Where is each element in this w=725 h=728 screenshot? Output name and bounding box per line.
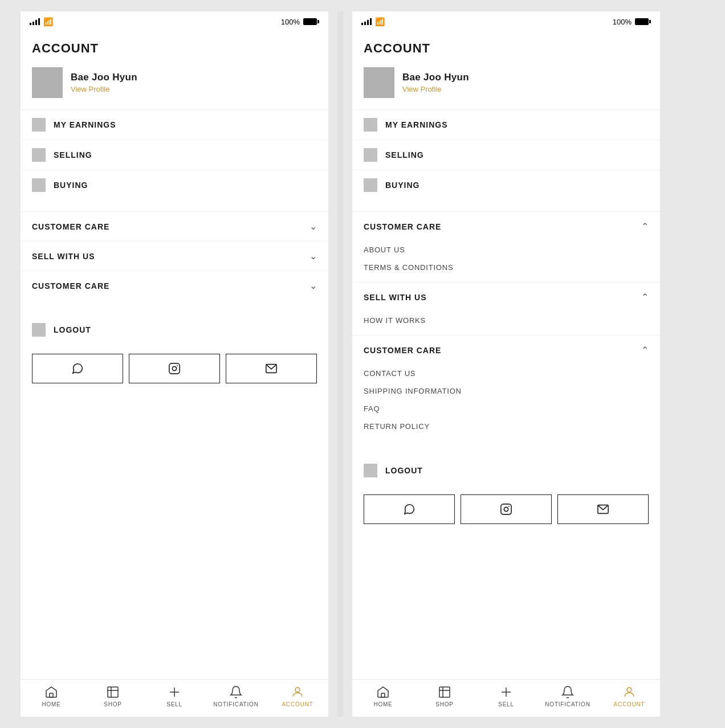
whatsapp-button-right[interactable] <box>364 494 455 524</box>
svg-point-10 <box>295 688 300 692</box>
logout-label-left: LOGOUT <box>54 325 91 334</box>
chevron-down-icon: ⌄ <box>309 280 317 291</box>
view-profile-left[interactable]: View Profile <box>71 85 137 93</box>
nav-sell-right[interactable]: SELL <box>475 685 537 707</box>
menu-label-buying-left: BUYING <box>54 181 88 190</box>
right-phone-content: ACCOUNT Bae Joo Hyun View Profile MY EAR… <box>352 30 660 679</box>
nav-shop-right[interactable]: SHOP <box>414 685 475 707</box>
logout-label-right: LOGOUT <box>385 466 423 475</box>
faq-link[interactable]: FAQ <box>364 400 649 418</box>
svg-rect-5 <box>108 687 118 697</box>
selling-icon-right <box>364 148 377 162</box>
chevron-up-icon: ⌃ <box>641 221 649 232</box>
menu-item-buying-left[interactable]: BUYING <box>21 170 328 200</box>
svg-point-21 <box>627 688 632 692</box>
nav-account-left[interactable]: ACCOUNT <box>267 685 328 707</box>
accordion-header-sell-with-us-left[interactable]: SELL WITH US ⌄ <box>21 242 328 271</box>
profile-section-left: Bae Joo Hyun View Profile <box>21 62 328 109</box>
terms-conditions-link[interactable]: TERMS & CONDITIONS <box>364 259 649 276</box>
logout-section-left[interactable]: LOGOUT <box>21 312 328 348</box>
svg-rect-16 <box>439 687 450 697</box>
nav-label-notification-left: NOTIFICATION <box>213 701 258 707</box>
svg-rect-15 <box>381 693 385 697</box>
account-title-left: ACCOUNT <box>21 30 328 62</box>
nav-home-left[interactable]: HOME <box>21 685 82 707</box>
nav-shop-left[interactable]: SHOP <box>82 685 144 707</box>
about-us-link[interactable]: ABOUT US <box>364 241 649 259</box>
chevron-up-icon: ⌃ <box>641 292 649 302</box>
email-button-right[interactable] <box>557 494 649 524</box>
view-profile-right[interactable]: View Profile <box>402 85 469 93</box>
svg-rect-11 <box>501 504 511 514</box>
nav-label-sell-right: SELL <box>498 701 514 707</box>
menu-label-earnings-right: MY EARNINGS <box>385 120 448 129</box>
chevron-up-icon: ⌃ <box>641 345 649 355</box>
accordion-sell-with-us-right: SELL WITH US ⌃ HOW IT WORKS <box>352 282 660 335</box>
menu-item-buying-right[interactable]: BUYING <box>352 170 660 200</box>
nav-sell-left[interactable]: SELL <box>144 685 205 707</box>
avatar-left <box>32 67 63 98</box>
shipping-information-link[interactable]: SHIPPING INFORMATION <box>364 382 649 400</box>
accordion-header-customer-care-2-right[interactable]: CUSTOMER CARE ⌃ <box>352 336 660 365</box>
earnings-icon-left <box>32 118 46 132</box>
contact-us-link[interactable]: CONTACT US <box>364 365 649 382</box>
nav-notification-right[interactable]: NOTIFICATION <box>537 685 598 707</box>
accordion-sell-with-us-left: SELL WITH US ⌄ <box>21 241 328 271</box>
menu-item-earnings-right[interactable]: MY EARNINGS <box>352 110 660 140</box>
account-icon-active <box>291 685 304 699</box>
svg-point-1 <box>172 366 176 370</box>
battery-icon <box>635 18 651 25</box>
phones-container: 📶 100% ACCOUNT Bae Joo Hyun V <box>0 0 725 728</box>
menu-item-selling-left[interactable]: SELLING <box>21 140 328 170</box>
buying-icon-right <box>364 178 377 192</box>
svg-point-2 <box>177 365 178 366</box>
nav-account-right[interactable]: ACCOUNT <box>598 685 660 707</box>
instagram-button-right[interactable] <box>461 494 552 524</box>
nav-label-sell-left: SELL <box>166 701 182 707</box>
signal-icon <box>361 18 372 25</box>
avatar-right <box>364 67 394 98</box>
menu-item-selling-right[interactable]: SELLING <box>352 140 660 170</box>
profile-name-left: Bae Joo Hyun <box>71 72 137 83</box>
logout-icon-right <box>364 464 377 477</box>
accordion-header-customer-care-1-left[interactable]: CUSTOMER CARE ⌄ <box>21 212 328 241</box>
battery-icon <box>303 18 319 25</box>
email-button-left[interactable] <box>226 354 317 383</box>
sell-icon <box>168 685 181 699</box>
nav-home-right[interactable]: HOME <box>352 685 414 707</box>
logout-section-right[interactable]: LOGOUT <box>352 452 660 489</box>
nav-notification-left[interactable]: NOTIFICATION <box>205 685 267 707</box>
home-icon <box>376 685 390 699</box>
nav-label-account-right: ACCOUNT <box>613 701 645 707</box>
right-phone: 📶 100% ACCOUNT Bae Joo Hyun V <box>352 11 660 717</box>
earnings-icon-right <box>364 118 377 132</box>
menu-label-selling-left: SELLING <box>54 150 92 159</box>
return-policy-link[interactable]: RETURN POLICY <box>364 418 649 435</box>
menu-label-selling-right: SELLING <box>385 150 424 159</box>
accordion-header-sell-with-us-right[interactable]: SELL WITH US ⌃ <box>352 283 660 312</box>
menu-label-buying-right: BUYING <box>385 181 419 190</box>
battery-percent-right: 100% <box>613 18 632 26</box>
status-bar-left: 📶 100% <box>21 11 328 30</box>
nav-label-home-right: HOME <box>373 701 392 707</box>
nav-label-home-left: HOME <box>42 701 60 707</box>
accordion-customer-care-2-left: CUSTOMER CARE ⌄ <box>21 271 328 300</box>
whatsapp-button-left[interactable] <box>32 354 123 383</box>
signal-icon <box>30 18 40 25</box>
how-it-works-link[interactable]: HOW IT WORKS <box>364 312 649 329</box>
selling-icon-left <box>32 148 46 162</box>
nav-label-shop-left: SHOP <box>104 701 122 707</box>
svg-rect-4 <box>50 693 53 697</box>
menu-label-earnings-left: MY EARNINGS <box>54 120 116 129</box>
accordion-header-customer-care-1-right[interactable]: CUSTOMER CARE ⌃ <box>352 212 660 241</box>
notification-icon <box>561 685 575 699</box>
svg-point-13 <box>508 506 510 507</box>
logout-icon-left <box>32 323 46 337</box>
accordion-header-customer-care-2-left[interactable]: CUSTOMER CARE ⌄ <box>21 271 328 300</box>
instagram-button-left[interactable] <box>129 354 220 383</box>
profile-name-right: Bae Joo Hyun <box>402 72 469 83</box>
accordion-customer-care-1-left: CUSTOMER CARE ⌄ <box>21 211 328 241</box>
menu-item-earnings-left[interactable]: MY EARNINGS <box>21 110 328 140</box>
accordion-body-customer-care-1-right: ABOUT US TERMS & CONDITIONS <box>352 241 660 282</box>
chevron-down-icon: ⌄ <box>309 251 317 261</box>
